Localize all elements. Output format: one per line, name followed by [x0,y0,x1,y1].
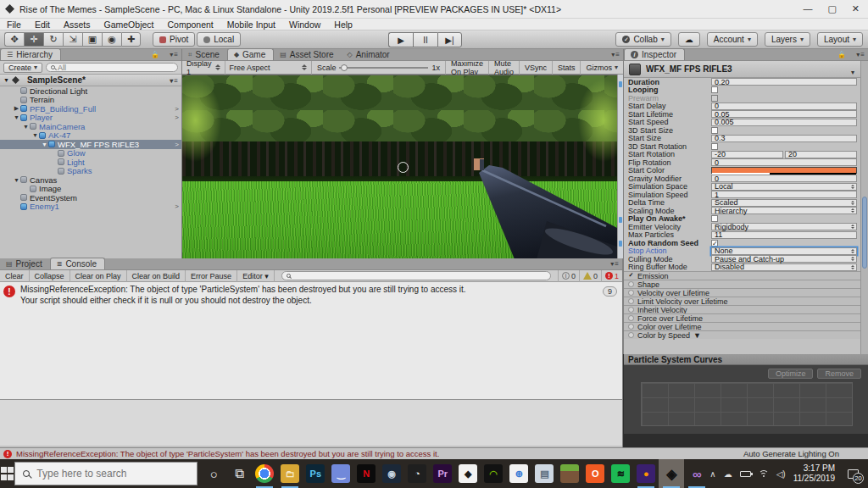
hierarchy-item-directional-light[interactable]: Directional Light [0,86,181,96]
console-error-entry[interactable]: ! MissingReferenceException: The object … [0,282,622,308]
action-center-button[interactable]: 20 [843,463,863,484]
hierarchy-item-glow[interactable]: Glow [0,149,181,158]
hierarchy-item-player[interactable]: ▼Player> [0,114,181,123]
taskbar-icon-photoshop[interactable]: Ps [303,459,328,488]
taskbar-icon-file-explorer[interactable]: 🗀 [277,459,303,488]
expander-icon[interactable]: ▼ [13,114,20,120]
checkbox[interactable] [711,143,718,150]
layers-dropdown[interactable]: Layers▾ [765,32,810,47]
property-flip-rotation[interactable]: Flip Rotation0 [624,158,868,167]
property-stop-action[interactable]: Stop ActionNone [624,247,868,256]
scale-tool[interactable]: ⇲ [63,32,82,47]
tab-asset-store[interactable]: ▤Asset Store [274,49,341,60]
remove-button[interactable]: Remove [817,369,861,379]
prefab-chevron-icon[interactable]: > [175,114,179,121]
property-scaling-mode[interactable]: Scaling ModeHierarchy [624,207,868,215]
clear-on-build-button[interactable]: Clear on Build [127,270,186,282]
taskbar-search-input[interactable] [36,468,189,480]
tab-game[interactable]: ◆Game [227,48,274,60]
property-start-size[interactable]: Start Size0.3▾ [624,135,868,143]
play-button[interactable]: ▶ [388,32,413,47]
menu-component[interactable]: Component [167,19,213,30]
hierarchy-item-enemy1[interactable]: Enemy1> [0,202,181,212]
hierarchy-item-ak-47[interactable]: ▼AK-47 [0,131,181,141]
value-field[interactable]: 0 [711,103,857,110]
taskbar-icon-geforce[interactable]: ◠ [481,459,506,488]
prefab-chevron-icon[interactable]: > [175,141,179,148]
taskbar-icon-firefox[interactable]: ● [633,459,659,488]
expander-icon[interactable]: ▼ [22,124,30,130]
property-play-on-awake[interactable]: Play On Awake* [624,215,868,224]
tab-hierarchy[interactable]: ☰Hierarchy [0,48,61,60]
status-bar[interactable]: ! MissingReferenceException: The object … [0,447,868,459]
panel-menu-icon[interactable]: ▾≡ [610,260,620,268]
property-auto-random-seed[interactable]: Auto Random Seed✓ [624,239,868,247]
taskbar-icon-unity[interactable]: ◈ [659,459,684,488]
property-culling-mode[interactable]: Culling ModePause and Catch-up [624,255,868,263]
expander-icon[interactable]: ▼ [31,132,39,138]
property-gravity-modifier[interactable]: Gravity Modifier0▾ [624,175,868,183]
hierarchy-item-image[interactable]: Image [0,185,181,194]
collab-button[interactable]: ✓Collab▾ [615,32,670,47]
taskbar-icon-steam[interactable]: ◉ [379,459,404,488]
property-duration[interactable]: Duration0.20 [624,78,868,86]
property-start-lifetime[interactable]: Start Lifetime0.05▾ [624,110,868,119]
expander-icon[interactable]: ▼ [3,77,9,83]
game-viewport[interactable] [182,75,617,258]
onedrive-icon[interactable]: ☁ [724,469,732,479]
taskbar-icon-visual-studio[interactable]: ∞ [684,459,709,488]
property-simulation-speed[interactable]: Simulation Speed1 [624,191,868,199]
module-checkbox[interactable] [628,332,634,338]
inspector-scrollbar[interactable] [860,61,868,354]
module-checkbox[interactable] [628,290,634,296]
panel-menu-icon[interactable]: ▾≡ [170,51,179,58]
property-start-color[interactable]: Start Color▾ [624,167,868,175]
component-header[interactable]: WFX_MF FPS RIFLE3 ▾ [624,61,868,78]
property-delta-time[interactable]: Delta TimeScaled [624,199,868,208]
expand-icon[interactable]: ▾ [851,69,854,76]
pivot-button[interactable]: Pivot [153,32,195,47]
hierarchy-item-wfx-mf-fps-rifle3[interactable]: ▼WFX_MF FPS RIFLE3> [0,140,181,149]
taskbar-icon-chrome[interactable] [252,459,277,488]
hierarchy-item-terrain[interactable]: Terrain [0,96,181,105]
checkbox[interactable]: ✓ [711,240,718,247]
prefab-chevron-icon[interactable]: > [175,202,179,210]
scene-header[interactable]: ▼ SampleScene* ▾≡ [0,75,181,86]
module-velocity-over-lifetime[interactable]: Velocity over Lifetime [624,288,868,297]
battery-icon[interactable] [740,471,751,477]
enum-field[interactable]: Rigidbody [711,223,857,230]
tab-animator[interactable]: ◇Animator [342,49,398,60]
menu-file[interactable]: File [7,19,21,30]
checkbox[interactable] [711,127,718,134]
module-checkbox[interactable] [628,315,634,321]
hierarchy-item-maincamera[interactable]: ▼MainCamera [0,122,181,131]
value-field-max[interactable]: 20 [785,151,857,158]
tab-project[interactable]: ▤Project [0,258,50,269]
warning-count[interactable]: 0 [579,270,601,282]
enum-field[interactable]: None [711,247,857,255]
scroll-down-icon[interactable]: ▼ [693,331,701,340]
move-tool[interactable]: ✛ [24,32,43,47]
taskbar-icon-origin[interactable]: O [582,459,608,488]
property-start-rotation[interactable]: Start Rotation-2020▾ [624,151,868,159]
close-button[interactable]: ✕ [852,3,860,14]
scrollbar-thumb[interactable] [862,197,867,269]
curves-panel-title[interactable]: Particle System Curves [624,354,868,365]
lock-icon[interactable]: 🔒 [837,51,846,58]
stats-button[interactable]: Stats [552,61,581,75]
maximize-on-play-button[interactable]: Maximize On Play [445,61,488,75]
property-simulation-space[interactable]: Simulation SpaceLocal [624,183,868,191]
value-field[interactable]: 1 [711,191,857,198]
hierarchy-item-light[interactable]: Light [0,158,181,167]
cloud-button[interactable]: ☁ [678,32,700,47]
value-field[interactable]: 11 [711,231,857,239]
value-field[interactable]: 0.005 [711,119,857,126]
game-scrollbar[interactable] [617,75,623,258]
menu-mobile-input[interactable]: Mobile Input [227,19,275,30]
module-emission[interactable]: ✓Emission [624,271,868,280]
lock-icon[interactable]: 🔒 [151,51,159,58]
hand-tool[interactable]: ✥ [4,32,24,47]
property-3d-start-size[interactable]: 3D Start Size [624,126,868,135]
clear-on-play-button[interactable]: Clear on Play [70,270,127,282]
hierarchy-item-pfb-building-full[interactable]: ▶PFB_Building_Full> [0,104,181,114]
